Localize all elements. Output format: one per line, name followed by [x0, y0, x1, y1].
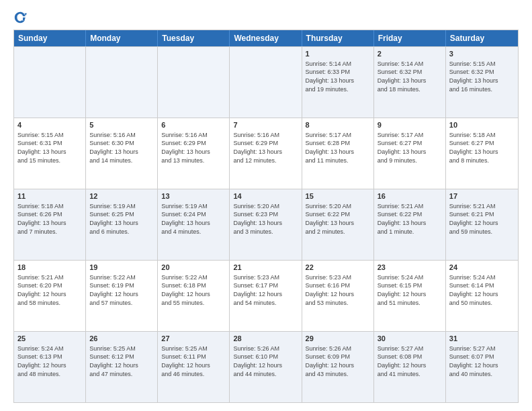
weekday-header: Monday [86, 30, 158, 46]
weekday-header: Tuesday [158, 30, 230, 46]
day-number: 11 [17, 191, 82, 201]
day-number: 9 [378, 120, 442, 130]
calendar-week: 4Sunrise: 5:15 AM Sunset: 6:31 PM Daylig… [14, 118, 518, 189]
calendar-cell [14, 47, 86, 118]
cell-info: Sunrise: 5:16 AM Sunset: 6:29 PM Dayligh… [161, 131, 226, 165]
day-number: 29 [306, 334, 370, 344]
calendar-week: 11Sunrise: 5:18 AM Sunset: 6:26 PM Dayli… [14, 189, 518, 260]
calendar-cell: 7Sunrise: 5:16 AM Sunset: 6:29 PM Daylig… [230, 118, 302, 189]
calendar-cell: 4Sunrise: 5:15 AM Sunset: 6:31 PM Daylig… [14, 118, 86, 189]
day-number: 28 [233, 334, 298, 344]
calendar-cell: 1Sunrise: 5:14 AM Sunset: 6:33 PM Daylig… [302, 47, 374, 118]
calendar-week: 18Sunrise: 5:21 AM Sunset: 6:20 PM Dayli… [14, 260, 518, 331]
weekday-header: Friday [374, 30, 446, 46]
calendar-cell: 6Sunrise: 5:16 AM Sunset: 6:29 PM Daylig… [158, 118, 230, 189]
calendar-cell: 25Sunrise: 5:24 AM Sunset: 6:13 PM Dayli… [14, 332, 86, 402]
weekday-header: Wednesday [230, 30, 302, 46]
calendar-week: 1Sunrise: 5:14 AM Sunset: 6:33 PM Daylig… [14, 46, 518, 118]
cell-info: Sunrise: 5:18 AM Sunset: 6:26 PM Dayligh… [17, 202, 82, 236]
cell-info: Sunrise: 5:26 AM Sunset: 6:10 PM Dayligh… [233, 345, 298, 378]
logo-icon [13, 11, 27, 24]
calendar: SundayMondayTuesdayWednesdayThursdayFrid… [13, 30, 519, 403]
calendar-cell: 13Sunrise: 5:19 AM Sunset: 6:24 PM Dayli… [158, 189, 230, 260]
day-number: 3 [449, 49, 515, 59]
calendar-body: 1Sunrise: 5:14 AM Sunset: 6:33 PM Daylig… [14, 46, 518, 402]
calendar-cell: 5Sunrise: 5:16 AM Sunset: 6:30 PM Daylig… [86, 118, 158, 189]
day-number: 26 [89, 334, 154, 344]
calendar-cell: 28Sunrise: 5:26 AM Sunset: 6:10 PM Dayli… [230, 332, 302, 402]
day-number: 24 [449, 263, 515, 273]
calendar-week: 25Sunrise: 5:24 AM Sunset: 6:13 PM Dayli… [14, 331, 518, 402]
day-number: 31 [449, 334, 515, 344]
day-number: 17 [449, 191, 515, 201]
cell-info: Sunrise: 5:21 AM Sunset: 6:20 PM Dayligh… [17, 273, 82, 307]
calendar-cell: 14Sunrise: 5:20 AM Sunset: 6:23 PM Dayli… [230, 189, 302, 260]
day-number: 27 [161, 334, 226, 344]
cell-info: Sunrise: 5:14 AM Sunset: 6:33 PM Dayligh… [306, 60, 370, 93]
cell-info: Sunrise: 5:22 AM Sunset: 6:19 PM Dayligh… [89, 273, 154, 307]
calendar-cell: 12Sunrise: 5:19 AM Sunset: 6:25 PM Dayli… [86, 189, 158, 260]
calendar-cell [158, 47, 230, 118]
calendar-cell: 23Sunrise: 5:24 AM Sunset: 6:15 PM Dayli… [374, 261, 446, 331]
cell-info: Sunrise: 5:15 AM Sunset: 6:32 PM Dayligh… [449, 60, 515, 93]
cell-info: Sunrise: 5:25 AM Sunset: 6:11 PM Dayligh… [161, 345, 226, 378]
cell-info: Sunrise: 5:21 AM Sunset: 6:21 PM Dayligh… [449, 202, 515, 236]
day-number: 23 [378, 263, 442, 273]
day-number: 20 [161, 263, 226, 273]
calendar-cell [230, 47, 302, 118]
cell-info: Sunrise: 5:14 AM Sunset: 6:32 PM Dayligh… [378, 60, 442, 93]
cell-info: Sunrise: 5:23 AM Sunset: 6:17 PM Dayligh… [233, 273, 298, 307]
day-number: 8 [306, 120, 370, 130]
cell-info: Sunrise: 5:18 AM Sunset: 6:27 PM Dayligh… [449, 131, 515, 165]
day-number: 15 [306, 191, 370, 201]
calendar-cell: 22Sunrise: 5:23 AM Sunset: 6:16 PM Dayli… [302, 261, 374, 331]
cell-info: Sunrise: 5:27 AM Sunset: 6:08 PM Dayligh… [378, 345, 442, 378]
cell-info: Sunrise: 5:19 AM Sunset: 6:25 PM Dayligh… [89, 202, 154, 236]
calendar-cell: 15Sunrise: 5:20 AM Sunset: 6:22 PM Dayli… [302, 189, 374, 260]
day-number: 6 [161, 120, 226, 130]
day-number: 18 [17, 263, 82, 273]
cell-info: Sunrise: 5:24 AM Sunset: 6:15 PM Dayligh… [378, 273, 442, 307]
day-number: 2 [378, 49, 442, 59]
calendar-cell: 19Sunrise: 5:22 AM Sunset: 6:19 PM Dayli… [86, 261, 158, 331]
day-number: 4 [17, 120, 82, 130]
calendar-cell: 24Sunrise: 5:24 AM Sunset: 6:14 PM Dayli… [446, 261, 518, 331]
day-number: 13 [161, 191, 226, 201]
cell-info: Sunrise: 5:20 AM Sunset: 6:23 PM Dayligh… [233, 202, 298, 236]
day-number: 19 [89, 263, 154, 273]
calendar-cell: 18Sunrise: 5:21 AM Sunset: 6:20 PM Dayli… [14, 261, 86, 331]
day-number: 21 [233, 263, 298, 273]
weekday-header: Saturday [446, 30, 518, 46]
calendar-cell: 27Sunrise: 5:25 AM Sunset: 6:11 PM Dayli… [158, 332, 230, 402]
calendar-cell: 3Sunrise: 5:15 AM Sunset: 6:32 PM Daylig… [446, 47, 518, 118]
day-number: 14 [233, 191, 298, 201]
calendar-cell: 20Sunrise: 5:22 AM Sunset: 6:18 PM Dayli… [158, 261, 230, 331]
cell-info: Sunrise: 5:24 AM Sunset: 6:13 PM Dayligh… [17, 345, 82, 378]
cell-info: Sunrise: 5:20 AM Sunset: 6:22 PM Dayligh… [306, 202, 370, 236]
cell-info: Sunrise: 5:16 AM Sunset: 6:30 PM Dayligh… [89, 131, 154, 165]
cell-info: Sunrise: 5:15 AM Sunset: 6:31 PM Dayligh… [17, 131, 82, 165]
cell-info: Sunrise: 5:26 AM Sunset: 6:09 PM Dayligh… [306, 345, 370, 378]
calendar-cell: 2Sunrise: 5:14 AM Sunset: 6:32 PM Daylig… [374, 47, 446, 118]
calendar-cell: 30Sunrise: 5:27 AM Sunset: 6:08 PM Dayli… [374, 332, 446, 402]
weekday-header: Sunday [14, 30, 86, 46]
day-number: 7 [233, 120, 298, 130]
cell-info: Sunrise: 5:23 AM Sunset: 6:16 PM Dayligh… [306, 273, 370, 307]
calendar-cell: 8Sunrise: 5:17 AM Sunset: 6:28 PM Daylig… [302, 118, 374, 189]
cell-info: Sunrise: 5:25 AM Sunset: 6:12 PM Dayligh… [89, 345, 154, 378]
day-number: 30 [378, 334, 442, 344]
day-number: 1 [306, 49, 370, 59]
day-number: 25 [17, 334, 82, 344]
calendar-cell: 17Sunrise: 5:21 AM Sunset: 6:21 PM Dayli… [446, 189, 518, 260]
day-number: 12 [89, 191, 154, 201]
header [13, 11, 519, 24]
calendar-cell: 26Sunrise: 5:25 AM Sunset: 6:12 PM Dayli… [86, 332, 158, 402]
calendar-cell: 29Sunrise: 5:26 AM Sunset: 6:09 PM Dayli… [302, 332, 374, 402]
calendar-cell: 9Sunrise: 5:17 AM Sunset: 6:27 PM Daylig… [374, 118, 446, 189]
calendar-cell: 16Sunrise: 5:21 AM Sunset: 6:22 PM Dayli… [374, 189, 446, 260]
cell-info: Sunrise: 5:24 AM Sunset: 6:14 PM Dayligh… [449, 273, 515, 307]
calendar-cell: 21Sunrise: 5:23 AM Sunset: 6:17 PM Dayli… [230, 261, 302, 331]
cell-info: Sunrise: 5:22 AM Sunset: 6:18 PM Dayligh… [161, 273, 226, 307]
weekday-header: Thursday [302, 30, 374, 46]
day-number: 5 [89, 120, 154, 130]
